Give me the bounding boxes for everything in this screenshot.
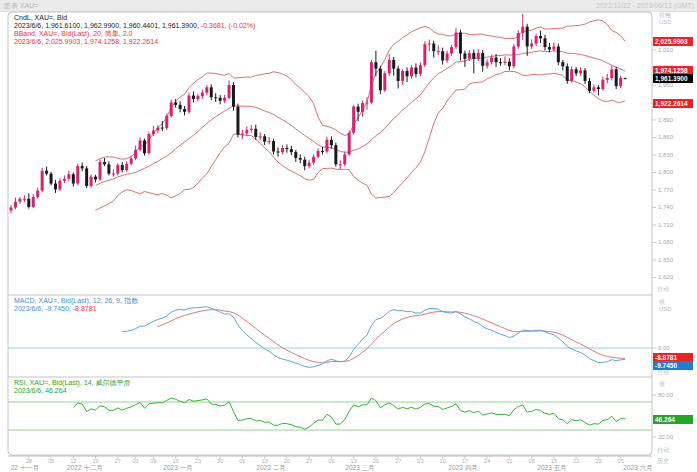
svg-text:09: 09 (150, 458, 156, 464)
candle-body (495, 58, 498, 63)
candle-body (299, 158, 302, 160)
candle-body (490, 58, 493, 63)
candle-body (94, 177, 97, 180)
svg-text:1,770: 1,770 (658, 187, 674, 193)
candle-body (232, 85, 235, 107)
candle-body (156, 128, 159, 131)
svg-text:2023 二月: 2023 二月 (256, 464, 285, 472)
svg-text:值: 值 (659, 381, 665, 387)
candle-body (72, 174, 75, 183)
svg-text:1,680: 1,680 (658, 239, 674, 245)
svg-text:2023 五月: 2023 五月 (537, 464, 566, 472)
candle-body (544, 38, 547, 47)
candle-body (348, 133, 351, 155)
candle-body (463, 53, 466, 58)
candle-body (241, 133, 244, 134)
candle-body (455, 33, 458, 48)
candle-body (584, 70, 587, 80)
candle-body (548, 47, 551, 49)
pane-borders (8, 12, 652, 455)
svg-text:1,740: 1,740 (658, 204, 674, 210)
candle-body (437, 51, 440, 52)
svg-text:29: 29 (595, 458, 601, 464)
candle-body (290, 149, 293, 152)
candle-body (423, 44, 426, 65)
candle-body (192, 95, 195, 98)
candle-body (277, 151, 280, 152)
candle-body (223, 98, 226, 101)
candle-body (214, 97, 217, 98)
svg-text:20.00: 20.00 (658, 434, 674, 440)
candle-body (308, 163, 311, 166)
candle-body (446, 53, 449, 60)
candle-body (14, 202, 17, 208)
candle-body (530, 44, 533, 47)
candle-body (210, 87, 213, 97)
candle-body (521, 27, 524, 33)
bb-upper-badge: 2,025.9903 (653, 37, 693, 46)
candle-body (90, 177, 93, 186)
candle-body (619, 78, 622, 86)
svg-text:自动: 自动 (657, 447, 669, 454)
svg-text:2023 一月: 2023 一月 (163, 464, 192, 472)
candle-body (41, 171, 44, 191)
candle-body (99, 162, 102, 179)
svg-text:05: 05 (48, 458, 54, 464)
candle-body (107, 164, 110, 173)
rsi-legend-line1: RSI, XAU=, Bid(Last), 14, 威尔德平滑 (14, 379, 131, 387)
candle-body (615, 69, 618, 86)
svg-text:1,890: 1,890 (658, 117, 674, 123)
candle-body (23, 199, 26, 200)
svg-text:01: 01 (506, 458, 512, 464)
svg-text:1,800: 1,800 (658, 169, 674, 175)
candle-body (272, 141, 275, 151)
candle-body (58, 181, 61, 190)
candle-body (76, 166, 79, 183)
candle-body (201, 93, 204, 96)
candle-body (54, 184, 57, 190)
svg-text:历史: 历史 (657, 457, 669, 465)
svg-text:06: 06 (328, 458, 334, 464)
macd-signal-line (158, 310, 625, 363)
candle-body (406, 71, 409, 76)
candle-body (152, 130, 155, 133)
candle-body (268, 141, 271, 142)
svg-text:USD: USD (659, 306, 672, 312)
candle-body (147, 134, 150, 153)
time-axis: 2805121927030916233006132027061320270310… (8, 456, 669, 472)
rsi-pane (8, 398, 652, 430)
candle-body (103, 162, 106, 164)
svg-text:06: 06 (239, 458, 245, 464)
candle-body (121, 165, 124, 170)
candle-body (477, 53, 480, 59)
chart-canvas[interactable]: 价格USD2,0101,9801,9501,9201,8901,8601,830… (0, 0, 697, 472)
candle-body (357, 107, 360, 112)
macd-legend-line1: MACD, XAU=, Bid(Last), 12, 26, 9, 指数 (14, 297, 138, 305)
candle-body (459, 33, 462, 54)
candle-body (539, 36, 542, 38)
candle-body (325, 140, 328, 152)
candle-body (321, 151, 324, 152)
candle-body (330, 140, 333, 145)
rsi-legend-line2: 2023/6/6, 46.264 (14, 387, 67, 395)
candle-body (624, 78, 627, 79)
candle-body (281, 148, 284, 152)
candle-body (379, 69, 382, 91)
candle-body (526, 27, 529, 47)
svg-text:24: 24 (484, 458, 490, 464)
candle-body (18, 199, 21, 202)
bb-lower-badge: 1,922.2614 (653, 99, 693, 108)
candle-body (245, 130, 248, 133)
price-legend-line2: 2023/6/6, 1,961.6100, 1,962.9900, 1,960.… (14, 22, 255, 30)
svg-text:2023 三月: 2023 三月 (345, 464, 374, 472)
candle-body (143, 140, 146, 153)
candle-body (10, 207, 13, 210)
candle-body (388, 60, 391, 73)
candle-body (339, 164, 342, 165)
candle-body (575, 69, 578, 73)
candle-body (188, 95, 191, 111)
rsi-value-badge: 46.264 (653, 415, 693, 424)
candle-body (374, 62, 377, 68)
candle-body (512, 47, 515, 67)
candle-body (343, 154, 346, 164)
